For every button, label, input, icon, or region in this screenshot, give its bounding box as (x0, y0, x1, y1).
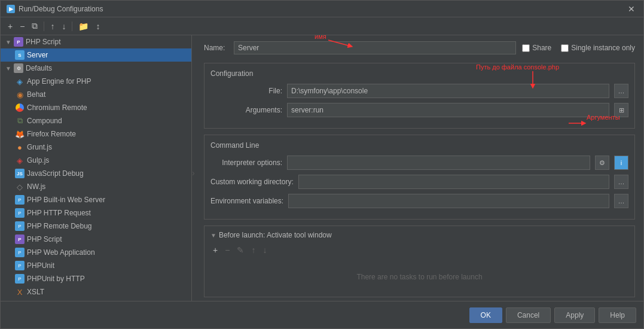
tree-group-php-script[interactable]: ▼ P PHP Script (1, 35, 191, 48)
arguments-input[interactable] (287, 103, 609, 117)
single-instance-checkbox-label[interactable]: Single instance only (561, 44, 635, 52)
phphttp-label: PHP HTTP Request (27, 209, 91, 217)
tree-item-behat[interactable]: ◉ Behat (1, 88, 191, 101)
tree-item-compound[interactable]: ⧉ Compound (1, 114, 191, 127)
phphttp-icon: P (15, 208, 25, 218)
working-dir-label: Custom working directory: (210, 178, 294, 186)
left-panel: ▼ P PHP Script S Server ▼ ⚙ Defaults ◈ A… (1, 35, 192, 301)
bl-add-button[interactable]: + (210, 244, 220, 256)
add-config-button[interactable]: + (5, 20, 15, 32)
remove-config-button[interactable]: − (17, 20, 27, 32)
share-checkbox[interactable] (522, 44, 530, 52)
grunt-icon: ● (15, 142, 25, 152)
phpwebapp-icon: P (15, 248, 25, 257)
tree-item-appengine[interactable]: ◈ App Engine for PHP (1, 75, 191, 88)
tree-item-phpremote[interactable]: P PHP Remote Debug (1, 220, 191, 233)
interpreter-info-button[interactable]: i (614, 156, 628, 170)
tree-item-nwjs[interactable]: ◇ NW.js (1, 180, 191, 193)
interpreter-settings-button[interactable]: ⚙ (595, 156, 609, 170)
file-input[interactable] (287, 84, 609, 98)
defaults-label: Defaults (26, 64, 52, 72)
app-icon: ▶ (7, 5, 15, 13)
phpbuiltin-label: PHP Built-in Web Server (27, 196, 105, 204)
interpreter-input[interactable] (287, 156, 590, 170)
behat-icon: ◉ (15, 90, 25, 99)
command-line-section: Command Line Interpreter options: ⚙ i Cu… (204, 135, 635, 220)
chromium-icon (15, 103, 25, 112)
file-label: File: (210, 87, 282, 95)
tree-item-chromium[interactable]: Chromium Remote (1, 101, 191, 114)
nwjs-icon: ◇ (15, 182, 25, 191)
arguments-row: Arguments: ⊞ Аргументы (210, 103, 628, 117)
phpremote-icon: P (15, 221, 25, 231)
grunt-label: Grunt.js (27, 143, 52, 151)
file-browse-button[interactable]: … (614, 84, 628, 98)
title-bar: ▶ Run/Debug Configurations ✕ (1, 1, 643, 17)
tree-item-phpscript[interactable]: P PHP Script (1, 233, 191, 246)
jsdebug-label: JavaScript Debug (27, 169, 84, 178)
defaults-icon: ⚙ (14, 63, 23, 73)
command-line-title: Command Line (210, 141, 628, 150)
tree-item-phpunit[interactable]: P PHPUnit (1, 259, 191, 272)
move-down-button[interactable]: ↓ (59, 20, 68, 32)
bl-remove-button[interactable]: − (222, 244, 232, 256)
tree-item-phpunithttp[interactable]: P PHPUnit by HTTP (1, 272, 191, 285)
tree-item-jsdebug[interactable]: JS JavaScript Debug (1, 167, 191, 180)
appengine-icon: ◈ (15, 77, 25, 86)
tree-item-firefox[interactable]: 🦊 Firefox Remote (1, 127, 191, 141)
ok-button[interactable]: OK (469, 307, 502, 323)
before-launch-section: ▼ Before launch: Activate tool window + … (204, 226, 635, 297)
collapse-arrow: ▼ (5, 39, 11, 45)
apply-button[interactable]: Apply (554, 307, 595, 323)
tree-item-grunt[interactable]: ● Grunt.js (1, 141, 191, 154)
env-vars-input[interactable] (288, 194, 609, 208)
before-launch-header: ▼ Before launch: Activate tool window (210, 231, 628, 239)
bl-move-down-button[interactable]: ↓ (260, 244, 269, 256)
env-vars-row: Environment variables: … (210, 194, 628, 208)
before-launch-toggle-icon[interactable]: ▼ (210, 232, 216, 239)
toolbar-separator (44, 22, 44, 31)
single-instance-checkbox[interactable] (561, 44, 569, 52)
bl-move-up-button[interactable]: ↑ (249, 244, 258, 256)
copy-config-button[interactable]: ⧉ (29, 20, 40, 32)
phpbuiltin-icon: P (15, 195, 25, 205)
before-launch-title: Before launch: Activate tool window (219, 231, 332, 239)
configuration-title: Configuration (210, 69, 628, 78)
php-script-icon: P (14, 37, 23, 47)
folder-button[interactable]: 📁 (76, 20, 91, 32)
gulp-label: Gulp.js (27, 156, 49, 164)
toolbar: + − ⧉ ↑ ↓ 📁 ↕ (1, 17, 643, 35)
working-dir-browse-button[interactable]: … (614, 175, 628, 189)
tree-item-phphttp[interactable]: P PHP HTTP Request (1, 206, 191, 220)
chromium-label: Chromium Remote (27, 103, 87, 112)
right-panel: Name: имя Share (196, 35, 643, 301)
compound-label: Compound (27, 117, 62, 125)
tree-item-phpwebapp[interactable]: P PHP Web Application (1, 246, 191, 259)
bl-edit-button[interactable]: ✎ (234, 244, 246, 256)
svg-text:имя: имя (315, 35, 326, 40)
help-button[interactable]: Help (599, 307, 636, 323)
compound-icon: ⧉ (15, 116, 25, 126)
sort-button[interactable]: ↕ (93, 20, 102, 32)
bottom-bar: OK Cancel Apply Help (1, 301, 643, 328)
no-tasks-text: There are no tasks to run before launch (210, 261, 628, 293)
appengine-label: App Engine for PHP (27, 77, 91, 86)
gulp-icon: ◈ (15, 156, 25, 165)
phpunithttp-label: PHPUnit by HTTP (27, 275, 85, 283)
arguments-browse-button[interactable]: ⊞ (614, 103, 628, 117)
arguments-label: Arguments: (210, 106, 282, 114)
env-vars-browse-button[interactable]: … (614, 194, 628, 208)
tree-item-gulp[interactable]: ◈ Gulp.js (1, 154, 191, 167)
working-dir-input[interactable] (298, 175, 609, 189)
tree-item-xslt[interactable]: X XSLT (1, 285, 191, 298)
cancel-button[interactable]: Cancel (506, 307, 551, 323)
tree-item-phpbuiltin[interactable]: P PHP Built-in Web Server (1, 193, 191, 206)
share-checkbox-label[interactable]: Share (522, 44, 551, 52)
tree-group-defaults[interactable]: ▼ ⚙ Defaults (1, 62, 191, 75)
tree-item-server[interactable]: S Server (1, 48, 191, 62)
name-input[interactable] (234, 41, 516, 54)
server-icon: S (15, 50, 25, 60)
close-button[interactable]: ✕ (625, 5, 637, 13)
firefox-icon: 🦊 (15, 129, 25, 139)
move-up-button[interactable]: ↑ (48, 20, 57, 32)
